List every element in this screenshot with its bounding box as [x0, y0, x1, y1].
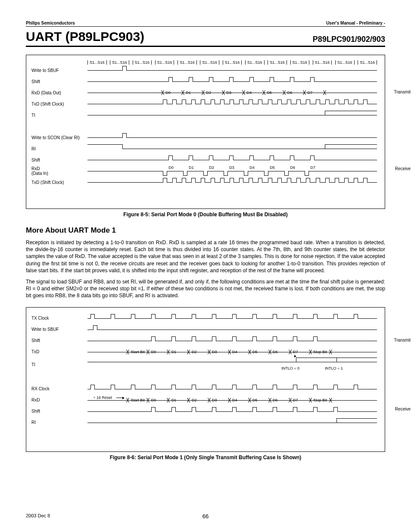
label: RI	[31, 146, 87, 151]
row-shift2-rx: Shift	[31, 406, 377, 417]
row-ri2: RI	[31, 417, 377, 428]
label: RX Clock	[31, 386, 87, 391]
title-row: UART (P89LPC903) P89LPC901/902/903	[26, 29, 385, 47]
label: TxD (Shift Clock)	[31, 180, 87, 185]
label: RxD (Data Out)	[31, 90, 87, 95]
row-txd-clk-tx: TxD (Shift Clock)	[31, 98, 377, 109]
row-write-sbuf2: Write to SBUF	[31, 324, 377, 335]
div16-label: ÷ 16 Reset	[93, 395, 112, 400]
brace-transmit2: Transmit	[394, 338, 411, 342]
row-ri: RI	[31, 143, 377, 154]
intlo1-label: INTLO = 1	[325, 366, 343, 370]
header-left: Philips Semiconductors	[26, 21, 75, 25]
row-write-scon: Write to SCON (Clear RI)	[31, 132, 377, 143]
figure-8-6: TX Clock Write to SBUF Shift TxD Start B…	[26, 307, 385, 452]
header-right: User's Manual - Preliminary -	[326, 21, 385, 25]
label: Shift	[31, 158, 87, 162]
label: TI	[31, 362, 87, 367]
footer: 2003 Dec 8 66	[26, 513, 385, 518]
row-tx-clock: TX Clock	[31, 313, 377, 324]
row-write-sbuf: Write to SBUF	[31, 65, 377, 76]
tick-row: S1...S16S1...S16S1...S16S1...S16S1...S16…	[87, 60, 377, 65]
running-header: Philips Semiconductors User's Manual - P…	[26, 21, 385, 27]
intlo0-label: INTLO = 0	[281, 366, 299, 370]
brace-receive: Receive	[395, 166, 411, 171]
label: Shift	[31, 79, 87, 84]
row-rxd2: RxD ÷ 16 Reset Start BitD0D1D2D3D4D5D6D7…	[31, 395, 377, 406]
figure-8-5-caption: Figure 8-5: Serial Port Mode 0 (Double B…	[26, 212, 385, 218]
row-ti2: TI INTLO = 0 INTLO = 1	[31, 358, 377, 372]
section-heading: More About UART Mode 1	[26, 226, 385, 235]
figure-8-5: S1...S16S1...S16S1...S16S1...S16S1...S16…	[26, 55, 385, 209]
label: Write to SBUF	[31, 68, 87, 73]
row-rxd-out: RxD (Data Out) D0D1D2D3D4D5D6D7	[31, 87, 377, 98]
page-number: 66	[26, 513, 385, 520]
label: Shift	[31, 338, 87, 343]
label: Write to SBUF	[31, 327, 87, 332]
part-number: P89LPC901/902/903	[313, 35, 385, 44]
row-rx-clock: RX Clock	[31, 383, 377, 395]
brace-transmit: Transmit	[394, 90, 411, 94]
page: Philips Semiconductors User's Manual - P…	[0, 0, 411, 532]
row-shift2-tx: Shift	[31, 335, 377, 346]
row-shift-rx: Shift	[31, 154, 377, 165]
label: RI	[31, 420, 87, 425]
row-ti: TI	[31, 109, 377, 121]
row-txd: TxD Start BitD0D1D2D3D4D5D6D7Stop Bit	[31, 346, 377, 358]
label: RxD(Data In)	[31, 166, 87, 176]
row-rxd-in: RxD(Data In) D0D1D2D3D4D5D6D7	[31, 165, 377, 177]
label: TI	[31, 113, 87, 118]
row-txd-clk-rx: TxD (Shift Clock)	[31, 177, 377, 188]
paragraph-2: The signal to load SBUF and RB8, and to …	[26, 278, 385, 299]
figure-8-6-caption: Figure 8-6: Serial Port Mode 1 (Only Sin…	[26, 454, 385, 460]
label: Write to SCON (Clear RI)	[31, 135, 87, 140]
label: TxD (Shift Clock)	[31, 102, 87, 106]
page-title: UART (P89LPC903)	[26, 29, 144, 44]
row-shift-tx: Shift	[31, 76, 377, 87]
label: TX Clock	[31, 316, 87, 320]
label: TxD	[31, 349, 87, 354]
paragraph-1: Reception is initiated by detecting a 1-…	[26, 239, 385, 274]
label: Shift	[31, 409, 87, 414]
label: RxD	[31, 398, 87, 402]
brace-receive2: Receive	[395, 407, 411, 411]
